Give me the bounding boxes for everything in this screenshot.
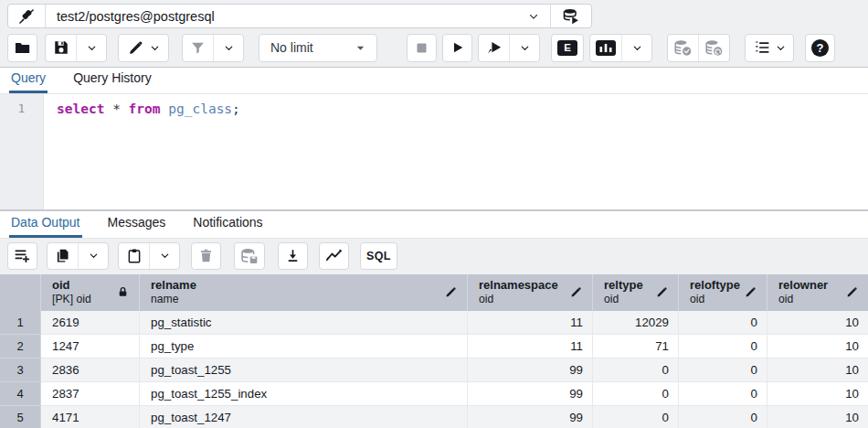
cell-relname[interactable]: pg_toast_1255_index: [140, 382, 468, 406]
cell-reloftype[interactable]: 0: [679, 406, 767, 428]
explain-options-dropdown[interactable]: [621, 35, 651, 61]
cell-reloftype[interactable]: 0: [679, 382, 767, 406]
chevron-down-icon: [528, 11, 539, 22]
cell-reltype[interactable]: 0: [593, 406, 679, 428]
tab-data-output[interactable]: Data Output: [9, 210, 82, 238]
help-button[interactable]: ?: [805, 34, 835, 62]
bar-chart-badge-icon: [596, 40, 616, 56]
cell-reltype[interactable]: 71: [593, 335, 679, 358]
cell-relowner[interactable]: 10: [767, 358, 868, 382]
grid-body: 12619pg_statistic111202901021247pg_type1…: [0, 311, 868, 428]
pencil-icon: [745, 286, 757, 298]
row-number[interactable]: 4: [0, 382, 41, 406]
database-check-icon: [673, 38, 693, 58]
execute-button[interactable]: [442, 34, 472, 62]
results-grid: oid[PK] oidrelnamenamerelnamespaceoidrel…: [0, 274, 868, 428]
tab-query[interactable]: Query: [9, 66, 48, 93]
code-token: *: [112, 102, 121, 116]
column-header-reltype[interactable]: reltypeoid: [593, 274, 679, 311]
connection-status-button[interactable]: [8, 5, 46, 27]
connection-select[interactable]: test2/postgres@postgresql: [46, 5, 550, 27]
add-row-button[interactable]: [7, 242, 37, 270]
explain-analyze-button[interactable]: [590, 35, 621, 61]
copy-button[interactable]: [48, 243, 78, 269]
cell-oid[interactable]: 4171: [41, 406, 140, 428]
delete-row-button[interactable]: [191, 242, 221, 270]
save-options-dropdown[interactable]: [76, 35, 106, 61]
filter-options-dropdown[interactable]: [213, 35, 243, 61]
macros-button[interactable]: [745, 34, 794, 62]
cell-reltype[interactable]: 0: [593, 358, 679, 382]
cell-relname[interactable]: pg_toast_1247: [140, 406, 468, 428]
filter-button[interactable]: [183, 35, 213, 61]
column-header-text: relnamespaceoid: [479, 278, 558, 307]
rollback-button[interactable]: [698, 35, 729, 61]
cell-reltype[interactable]: 0: [593, 382, 679, 406]
column-header-oid[interactable]: oid[PK] oid: [41, 274, 140, 311]
explain-button[interactable]: E: [551, 34, 584, 62]
cell-oid[interactable]: 2837: [41, 382, 140, 406]
commit-button[interactable]: [668, 35, 698, 61]
cell-reloftype[interactable]: 0: [679, 358, 767, 382]
database-undo-icon: [704, 38, 724, 58]
cell-relnamespace[interactable]: 11: [468, 311, 593, 335]
editor-gutter: 1: [0, 94, 44, 209]
cell-relowner[interactable]: 10: [767, 406, 868, 428]
paste-button[interactable]: [119, 243, 149, 269]
cell-relowner[interactable]: 10: [767, 335, 868, 358]
row-number[interactable]: 5: [0, 406, 41, 428]
code-token: select: [57, 102, 104, 116]
tab-query-history[interactable]: Query History: [71, 66, 153, 93]
show-sql-button[interactable]: SQL: [360, 242, 397, 270]
copy-options-dropdown[interactable]: [78, 243, 108, 269]
execute-options-dropdown[interactable]: [509, 35, 539, 61]
cell-relnamespace[interactable]: 11: [468, 335, 593, 358]
save-data-changes-button[interactable]: [234, 242, 265, 270]
code-line[interactable]: select * from pg_class;: [44, 94, 868, 209]
cancel-query-button[interactable]: [407, 34, 437, 62]
cell-reloftype[interactable]: 0: [679, 335, 767, 358]
code-token: [121, 102, 129, 116]
tab-messages[interactable]: Messages: [106, 210, 168, 238]
download-button[interactable]: [278, 242, 308, 270]
column-type: oid: [690, 293, 740, 306]
graph-visualiser-button[interactable]: [319, 242, 349, 270]
numbered-list-icon: [754, 39, 770, 56]
filter-button-group: [182, 34, 244, 62]
cell-relname[interactable]: pg_type: [140, 335, 468, 358]
open-file-button[interactable]: [7, 34, 37, 62]
row-limit-select[interactable]: No limit: [259, 34, 377, 62]
row-number[interactable]: 3: [0, 358, 41, 382]
row-number[interactable]: 2: [0, 335, 41, 358]
tab-notifications[interactable]: Notifications: [191, 210, 264, 238]
download-icon: [285, 248, 301, 263]
cell-relowner[interactable]: 10: [767, 382, 868, 406]
edit-dropdown-button[interactable]: [118, 34, 169, 62]
execute-to-cursor-button[interactable]: [479, 35, 509, 61]
column-header-relowner[interactable]: relowneroid: [767, 274, 868, 311]
cell-relowner[interactable]: 10: [767, 311, 868, 335]
cell-relnamespace[interactable]: 99: [468, 382, 593, 406]
column-header-relname[interactable]: relnamename: [140, 274, 468, 311]
pencil-icon: [128, 40, 143, 56]
save-file-button[interactable]: [46, 35, 76, 61]
cell-relname[interactable]: pg_statistic: [140, 311, 468, 335]
cell-oid[interactable]: 1247: [41, 335, 140, 358]
column-header-reloftype[interactable]: reloftypeoid: [679, 274, 767, 311]
paste-options-dropdown[interactable]: [149, 243, 179, 269]
cell-reltype[interactable]: 12029: [593, 311, 679, 335]
pencil-icon: [445, 286, 457, 298]
row-number[interactable]: 1: [0, 311, 41, 335]
cell-reloftype[interactable]: 0: [679, 311, 767, 335]
sql-editor[interactable]: 1 select * from pg_class;: [0, 94, 868, 209]
cell-oid[interactable]: 2836: [41, 358, 140, 382]
chevron-down-icon: [520, 43, 530, 53]
copy-icon: [55, 248, 70, 263]
cell-relnamespace[interactable]: 99: [468, 406, 593, 428]
cell-relnamespace[interactable]: 99: [468, 358, 593, 382]
cell-relname[interactable]: pg_toast_1255: [140, 358, 468, 382]
column-header-relnamespace[interactable]: relnamespaceoid: [468, 274, 593, 311]
cell-oid[interactable]: 2619: [41, 311, 140, 335]
new-connection-button[interactable]: [550, 5, 591, 27]
select-all-corner[interactable]: [0, 274, 41, 311]
